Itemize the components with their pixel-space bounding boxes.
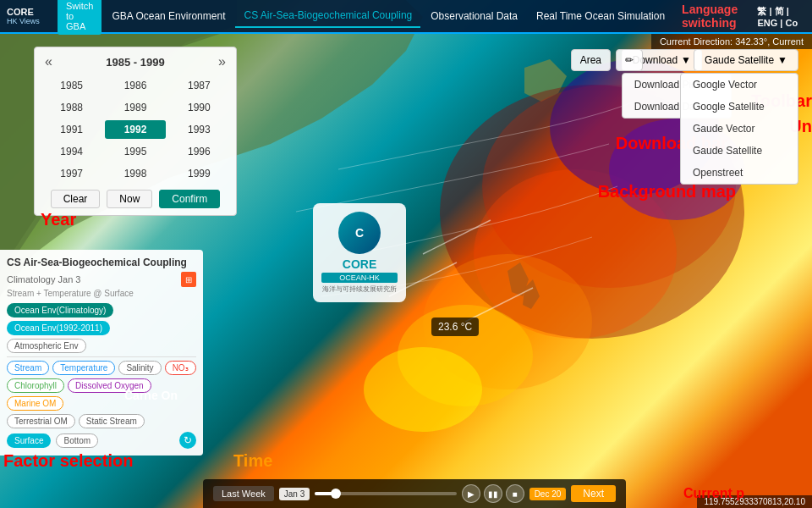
gaude-vector-item[interactable]: Gaude Vector xyxy=(681,118,798,140)
next-date-badge: Dec 20 xyxy=(529,488,567,500)
env-tags-row: Ocean Env(Climatology) Ocean Env(1992-20… xyxy=(7,303,196,335)
logo-sub: HK Views xyxy=(7,17,40,25)
google-satellite-item[interactable]: Google Satellite xyxy=(681,96,798,118)
year-1992[interactable]: 1992 xyxy=(105,120,165,139)
year-1988[interactable]: 1988 xyxy=(41,98,102,117)
year-confirm-button[interactable]: Confirm xyxy=(159,190,220,208)
tag-stream[interactable]: Stream xyxy=(7,361,49,375)
play-buttons: ▶ ▮▮ ■ xyxy=(462,484,524,503)
separator-1 xyxy=(7,356,196,357)
nav-cs-air-sea[interactable]: CS Air-Sea-Biogeochemical Coupling xyxy=(235,4,420,28)
year-1995[interactable]: 1995 xyxy=(105,142,165,161)
left-panel: CS Air-Sea-Biogeochemical Coupling Clima… xyxy=(0,250,203,456)
draw-icon: ✏ xyxy=(625,54,634,66)
grid-icon[interactable]: ⊞ xyxy=(181,272,196,287)
tag-marine-om[interactable]: Marine OM xyxy=(7,396,63,411)
draw-tool-button[interactable]: ✏ xyxy=(616,49,643,71)
area-tool-button[interactable]: Area xyxy=(571,49,611,71)
panel-description: Stream + Temperature @ Surface xyxy=(7,289,196,298)
panel-title: CS Air-Sea-Biogeochemical Coupling xyxy=(7,257,196,268)
tag-static-stream[interactable]: Static Stream xyxy=(79,414,145,428)
year-1990[interactable]: 1990 xyxy=(169,98,229,117)
core-logo-circle: C xyxy=(338,212,381,254)
year-1994[interactable]: 1994 xyxy=(41,142,102,161)
satellite-area: Gaude Satellite ▼ Google Vector Google S… xyxy=(694,49,798,71)
core-logo: C CORE OCEAN-HK 海洋与可持续发展研究所 xyxy=(313,203,406,302)
switch-gba-button[interactable]: Switch to GBA xyxy=(58,0,102,35)
tools-area: Area ✏ xyxy=(571,49,643,71)
tag-no3[interactable]: NO₃ xyxy=(165,361,196,375)
temperature-value: 23.6 °C xyxy=(438,321,472,333)
tag-chlorophyll[interactable]: Chlorophyll xyxy=(7,378,64,393)
logo-area: CORE HK Views xyxy=(0,7,51,25)
tag-ocean-env-climatology[interactable]: Ocean Env(Climatology) xyxy=(7,303,113,318)
openstreet-item[interactable]: Openstreet xyxy=(681,162,798,184)
nav-real-time[interactable]: Real Time Ocean Simulation xyxy=(528,5,673,27)
year-1987[interactable]: 1987 xyxy=(169,76,229,95)
panel-subtitle: Climatology Jan 3 ⊞ xyxy=(7,272,196,287)
tag-ocean-env-1992[interactable]: Ocean Env(1992-2011) xyxy=(7,321,110,335)
tag-surface[interactable]: Surface xyxy=(7,433,51,448)
lang-icons: 繁 | 简 | ENG | Co xyxy=(757,5,804,28)
year-now-button[interactable]: Now xyxy=(107,190,152,208)
year-clear-button[interactable]: Clear xyxy=(51,190,101,208)
factor-selection-annotation: Factor selection xyxy=(3,451,133,471)
year-1996[interactable]: 1996 xyxy=(169,142,229,161)
year-1993[interactable]: 1993 xyxy=(169,120,229,139)
nav-observational[interactable]: Observational Data xyxy=(422,5,526,27)
prev-date-badge: Jan 3 xyxy=(279,488,310,500)
year-1986[interactable]: 1986 xyxy=(105,76,165,95)
satellite-button[interactable]: Gaude Satellite ▼ xyxy=(694,49,798,71)
reload-icon[interactable]: ↻ xyxy=(179,432,196,449)
core-logo-name: CORE xyxy=(321,257,398,271)
tag-terrestrial-om[interactable]: Terrestrial OM xyxy=(7,414,75,428)
google-vector-item[interactable]: Google Vector xyxy=(681,74,798,96)
current-direction-label: Current Direction: xyxy=(660,36,732,47)
year-1985[interactable]: 1985 xyxy=(41,76,102,95)
tag-salinity[interactable]: Salinity xyxy=(118,361,161,375)
tag-bottom[interactable]: Bottom xyxy=(56,433,98,448)
play-button[interactable]: ▶ xyxy=(462,484,480,503)
time-slider-thumb[interactable] xyxy=(331,489,341,499)
nav-items: Switch to GBA GBA Ocean Environment CS A… xyxy=(51,0,673,35)
core-logo-subtitle: 海洋与可持续发展研究所 xyxy=(321,284,398,294)
year-1998[interactable]: 1998 xyxy=(105,164,165,183)
time-slider-track[interactable] xyxy=(315,492,456,495)
background-map-annotation: Background map xyxy=(598,182,736,202)
area-label: Area xyxy=(580,54,601,66)
last-week-button[interactable]: Last Week xyxy=(213,486,274,501)
year-1997[interactable]: 1997 xyxy=(41,164,102,183)
current-pos-label: Current p xyxy=(683,486,744,501)
time-bar: Last Week Jan 3 ▶ ▮▮ ■ Dec 20 Next xyxy=(203,479,626,508)
year-1989[interactable]: 1989 xyxy=(105,98,165,117)
surface-bottom-row: Surface Bottom ↻ xyxy=(7,432,196,449)
language-area: Language switching 繁 | 简 | ENG | Co xyxy=(673,3,812,30)
stop-button[interactable]: ■ xyxy=(506,484,524,503)
temperature-tooltip: 23.6 °C xyxy=(431,318,479,336)
tag-temperature[interactable]: Temperature xyxy=(52,361,115,375)
year-next-button[interactable]: » xyxy=(215,54,229,69)
year-1999[interactable]: 1999 xyxy=(169,164,229,183)
current-direction-bar: Current Direction: 342.33°, Current xyxy=(651,34,812,49)
download-chevron-icon: ▼ xyxy=(681,54,691,66)
stream-tags-row: Stream Temperature Salinity NO₃ xyxy=(7,361,196,375)
time-controls: Last Week Jan 3 ▶ ▮▮ ■ Dec 20 Next xyxy=(213,484,616,503)
satellite-menu: Google Vector Google Satellite Gaude Vec… xyxy=(680,73,798,185)
pause-button[interactable]: ▮▮ xyxy=(484,484,502,503)
tag-atmospheric-env[interactable]: Atmospheric Env xyxy=(7,339,86,353)
language-switching-label: Language switching xyxy=(682,3,752,30)
carne-on-label: Carne On xyxy=(124,389,178,402)
year-grid: 1985 1986 1987 1988 1989 1990 1991 1992 … xyxy=(41,76,229,183)
ocean-hk-badge: OCEAN-HK xyxy=(321,273,398,283)
satellite-label: Gaude Satellite xyxy=(705,54,774,66)
logo-text: CORE xyxy=(7,7,34,17)
year-prev-button[interactable]: « xyxy=(41,54,56,69)
year-1991[interactable]: 1991 xyxy=(41,120,102,139)
nav-gba-ocean[interactable]: GBA Ocean Environment xyxy=(103,5,233,27)
next-button[interactable]: Next xyxy=(571,485,616,502)
terrestrial-tags-row: Terrestrial OM Static Stream xyxy=(7,414,196,428)
satellite-chevron-icon: ▼ xyxy=(777,54,787,66)
gaude-satellite-item[interactable]: Gaude Satellite xyxy=(681,140,798,162)
current-direction-value: 342.33°, Current xyxy=(735,36,804,47)
category-tags-row: Atmospheric Env xyxy=(7,339,196,353)
